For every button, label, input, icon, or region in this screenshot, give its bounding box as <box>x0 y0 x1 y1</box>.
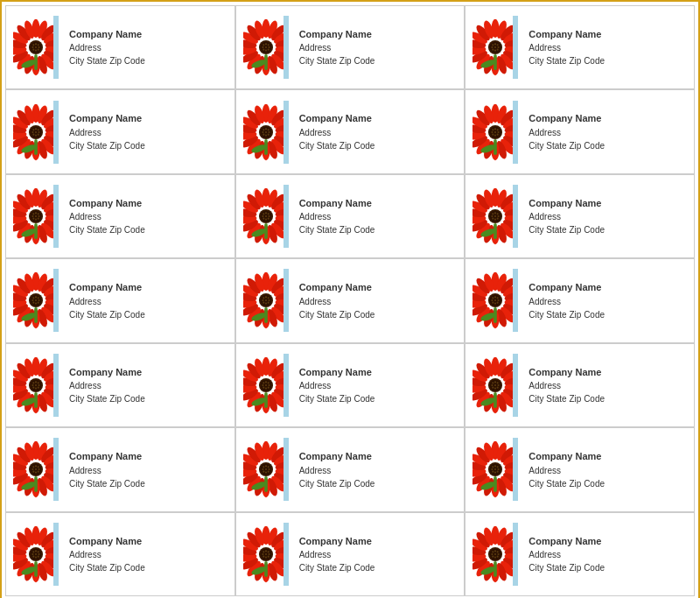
svg-point-57 <box>262 49 264 51</box>
label-city-state-zip: City State Zip Code <box>299 478 375 489</box>
svg-point-179 <box>494 131 496 133</box>
label-city-state-zip: City State Zip Code <box>299 393 375 405</box>
flower-icon <box>13 355 59 415</box>
label-city-state-zip: City State Zip Code <box>528 393 605 405</box>
svg-point-21 <box>35 44 37 46</box>
label-city-state-zip: City State Zip Code <box>299 224 375 236</box>
svg-point-239 <box>267 213 269 215</box>
svg-point-51 <box>262 44 264 46</box>
svg-point-334 <box>265 299 267 301</box>
svg-point-338 <box>267 302 269 304</box>
label-cell: Company NameAddressCity State Zip Code <box>465 174 695 258</box>
svg-point-458 <box>494 384 496 386</box>
flower-decoration <box>13 185 59 248</box>
label-text-block: Company NameAddressCity State Zip Code <box>525 281 605 320</box>
label-grid: Company NameAddressCity State Zip Code <box>5 5 695 596</box>
flower-decoration <box>243 438 289 501</box>
svg-point-554 <box>494 472 496 474</box>
svg-point-459 <box>498 384 500 386</box>
flower-icon <box>472 524 518 584</box>
label-text-block: Company NameAddressCity State Zip Code <box>66 281 145 320</box>
svg-point-145 <box>265 128 267 130</box>
svg-point-430 <box>265 387 267 389</box>
label-company-name: Company Name <box>528 366 605 378</box>
svg-point-302 <box>32 299 33 301</box>
flower-decoration <box>472 101 518 164</box>
svg-point-56 <box>268 46 270 48</box>
svg-point-150 <box>262 133 264 135</box>
svg-point-426 <box>262 384 263 386</box>
label-address: Address <box>299 465 375 476</box>
svg-point-521 <box>268 468 270 470</box>
svg-point-490 <box>38 468 40 470</box>
flower-icon <box>472 271 518 330</box>
svg-point-299 <box>32 298 34 299</box>
svg-point-210 <box>35 215 37 217</box>
label-city-state-zip: City State Zip Code <box>299 140 375 151</box>
flower-icon <box>472 102 518 162</box>
svg-point-642 <box>497 551 499 552</box>
label-cell: Company NameAddressCity State Zip Code <box>465 512 695 596</box>
label-company-name: Company Name <box>299 450 375 462</box>
svg-point-183 <box>497 133 499 135</box>
svg-point-524 <box>267 471 269 473</box>
svg-point-54 <box>262 46 263 48</box>
label-text-block: Company NameAddressCity State Zip Code <box>525 366 605 405</box>
flower-icon <box>13 271 59 330</box>
label-company-name: Company Name <box>299 197 375 209</box>
svg-point-457 <box>492 384 494 386</box>
svg-point-151 <box>265 134 267 136</box>
label-text-block: Company NameAddressCity State Zip Code <box>296 450 375 489</box>
flower-icon <box>243 18 289 77</box>
svg-point-331 <box>265 297 267 299</box>
label-city-state-zip: City State Zip Code <box>69 478 145 489</box>
svg-point-425 <box>267 382 269 383</box>
flower-decoration <box>243 101 289 164</box>
svg-point-22 <box>38 44 39 46</box>
svg-point-113 <box>32 129 34 130</box>
svg-point-397 <box>38 384 40 386</box>
svg-point-522 <box>262 471 264 473</box>
svg-point-337 <box>265 303 267 305</box>
label-company-name: Company Name <box>299 535 375 547</box>
svg-point-424 <box>265 381 267 383</box>
flower-decoration <box>13 523 59 586</box>
svg-point-241 <box>265 215 267 217</box>
flower-icon <box>243 524 289 584</box>
label-address: Address <box>528 465 605 476</box>
svg-point-148 <box>265 131 267 133</box>
svg-point-212 <box>32 218 34 220</box>
flower-icon <box>472 18 518 77</box>
svg-point-492 <box>35 472 37 474</box>
svg-point-237 <box>262 213 264 215</box>
svg-point-366 <box>498 299 500 301</box>
flower-icon <box>472 355 518 415</box>
label-cell: Company NameAddressCity State Zip Code <box>5 89 235 173</box>
flower-icon <box>13 186 59 246</box>
label-text-block: Company NameAddressCity State Zip Code <box>296 366 375 405</box>
label-city-state-zip: City State Zip Code <box>299 55 375 67</box>
svg-point-269 <box>494 212 496 214</box>
label-city-state-zip: City State Zip Code <box>299 562 375 573</box>
svg-point-648 <box>497 555 499 557</box>
svg-point-647 <box>494 556 496 558</box>
flower-decoration <box>13 354 59 417</box>
svg-point-178 <box>492 131 494 133</box>
svg-point-149 <box>268 131 270 133</box>
svg-point-461 <box>494 387 496 389</box>
flower-icon <box>243 440 289 499</box>
svg-point-487 <box>38 467 39 468</box>
svg-point-208 <box>38 213 39 215</box>
label-address: Address <box>299 42 375 53</box>
flower-decoration <box>13 269 59 332</box>
label-address: Address <box>299 127 375 138</box>
svg-point-332 <box>267 298 269 299</box>
label-city-state-zip: City State Zip Code <box>69 562 145 573</box>
svg-point-493 <box>38 471 39 473</box>
label-city-state-zip: City State Zip Code <box>69 55 145 67</box>
svg-point-396 <box>35 384 37 386</box>
label-address: Address <box>69 127 145 138</box>
svg-point-245 <box>267 218 269 220</box>
svg-point-551 <box>494 468 496 470</box>
label-text-block: Company NameAddressCity State Zip Code <box>525 197 605 236</box>
